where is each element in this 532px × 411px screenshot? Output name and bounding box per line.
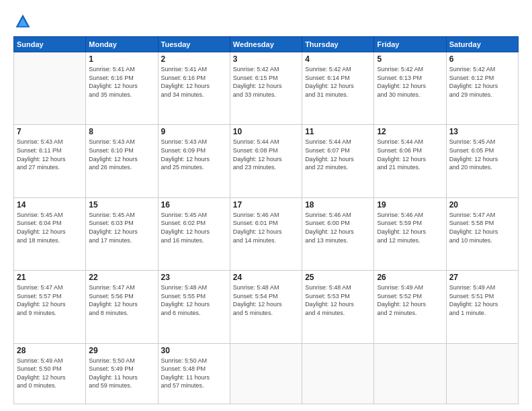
weekday-header-friday: Friday <box>374 37 446 52</box>
day-number: 8 <box>89 127 154 136</box>
calendar-cell <box>230 343 302 404</box>
calendar-cell: 19Sunrise: 5:46 AMSunset: 5:59 PMDayligh… <box>374 197 446 270</box>
day-number: 12 <box>377 127 443 136</box>
day-number: 22 <box>89 273 154 282</box>
day-info: Sunrise: 5:45 AMSunset: 6:04 PMDaylight:… <box>17 211 83 244</box>
calendar-week-row: 1Sunrise: 5:41 AMSunset: 6:16 PMDaylight… <box>14 52 519 125</box>
day-number: 2 <box>161 54 227 64</box>
day-number: 15 <box>89 200 154 210</box>
day-info: Sunrise: 5:50 AMSunset: 5:48 PMDaylight:… <box>161 357 227 390</box>
day-number: 24 <box>233 273 299 282</box>
day-number: 16 <box>161 200 227 210</box>
calendar-cell: 1Sunrise: 5:41 AMSunset: 6:16 PMDaylight… <box>86 52 158 125</box>
day-info: Sunrise: 5:46 AMSunset: 6:00 PMDaylight:… <box>305 211 371 244</box>
logo <box>13 12 35 31</box>
calendar-cell: 6Sunrise: 5:42 AMSunset: 6:12 PMDaylight… <box>446 52 518 125</box>
day-number: 26 <box>377 273 443 282</box>
calendar-cell: 2Sunrise: 5:41 AMSunset: 6:16 PMDaylight… <box>158 52 230 125</box>
day-number: 9 <box>161 127 227 136</box>
day-info: Sunrise: 5:42 AMSunset: 6:14 PMDaylight:… <box>305 65 371 99</box>
calendar-cell: 18Sunrise: 5:46 AMSunset: 6:00 PMDayligh… <box>302 197 374 270</box>
calendar-cell: 27Sunrise: 5:49 AMSunset: 5:51 PMDayligh… <box>446 271 518 343</box>
day-info: Sunrise: 5:44 AMSunset: 6:07 PMDaylight:… <box>305 138 371 171</box>
calendar-cell <box>374 343 446 404</box>
day-number: 6 <box>449 54 515 64</box>
calendar-cell: 24Sunrise: 5:48 AMSunset: 5:54 PMDayligh… <box>230 271 302 343</box>
day-number: 17 <box>233 200 299 210</box>
day-number: 25 <box>305 273 371 282</box>
calendar-cell: 25Sunrise: 5:48 AMSunset: 5:53 PMDayligh… <box>302 271 374 343</box>
day-number: 30 <box>161 346 227 355</box>
day-info: Sunrise: 5:47 AMSunset: 5:57 PMDaylight:… <box>17 283 83 317</box>
calendar-cell: 10Sunrise: 5:44 AMSunset: 6:08 PMDayligh… <box>230 125 302 197</box>
day-info: Sunrise: 5:48 AMSunset: 5:55 PMDaylight:… <box>161 283 227 317</box>
day-info: Sunrise: 5:42 AMSunset: 6:15 PMDaylight:… <box>233 65 299 99</box>
day-number: 5 <box>377 54 443 64</box>
day-info: Sunrise: 5:43 AMSunset: 6:09 PMDaylight:… <box>161 138 227 171</box>
day-info: Sunrise: 5:45 AMSunset: 6:03 PMDaylight:… <box>89 211 154 244</box>
day-info: Sunrise: 5:44 AMSunset: 6:08 PMDaylight:… <box>233 138 299 171</box>
weekday-header-thursday: Thursday <box>302 37 374 52</box>
calendar-cell: 5Sunrise: 5:42 AMSunset: 6:13 PMDaylight… <box>374 52 446 125</box>
calendar-cell: 8Sunrise: 5:43 AMSunset: 6:10 PMDaylight… <box>86 125 158 197</box>
calendar-cell <box>14 52 86 125</box>
day-number: 1 <box>89 54 154 64</box>
day-info: Sunrise: 5:47 AMSunset: 5:56 PMDaylight:… <box>89 283 154 317</box>
calendar-cell: 21Sunrise: 5:47 AMSunset: 5:57 PMDayligh… <box>14 271 86 343</box>
calendar-cell: 28Sunrise: 5:49 AMSunset: 5:50 PMDayligh… <box>14 343 86 404</box>
day-info: Sunrise: 5:43 AMSunset: 6:11 PMDaylight:… <box>17 138 83 171</box>
calendar-header-row: SundayMondayTuesdayWednesdayThursdayFrid… <box>14 37 519 52</box>
calendar-cell: 14Sunrise: 5:45 AMSunset: 6:04 PMDayligh… <box>14 197 86 270</box>
day-number: 27 <box>449 273 515 282</box>
weekday-header-wednesday: Wednesday <box>230 37 302 52</box>
day-number: 19 <box>377 200 443 210</box>
day-info: Sunrise: 5:45 AMSunset: 6:02 PMDaylight:… <box>161 211 227 244</box>
day-info: Sunrise: 5:41 AMSunset: 6:16 PMDaylight:… <box>89 65 154 99</box>
day-number: 29 <box>89 346 154 355</box>
day-number: 4 <box>305 54 371 64</box>
weekday-header-tuesday: Tuesday <box>158 37 230 52</box>
day-info: Sunrise: 5:46 AMSunset: 5:59 PMDaylight:… <box>377 211 443 244</box>
calendar-cell <box>302 343 374 404</box>
calendar-cell: 26Sunrise: 5:49 AMSunset: 5:52 PMDayligh… <box>374 271 446 343</box>
day-info: Sunrise: 5:48 AMSunset: 5:54 PMDaylight:… <box>233 283 299 317</box>
day-info: Sunrise: 5:47 AMSunset: 5:58 PMDaylight:… <box>449 211 515 244</box>
day-number: 3 <box>233 54 299 64</box>
logo-icon <box>13 12 32 31</box>
day-info: Sunrise: 5:49 AMSunset: 5:51 PMDaylight:… <box>449 283 515 317</box>
weekday-header-sunday: Sunday <box>14 37 86 52</box>
day-info: Sunrise: 5:41 AMSunset: 6:16 PMDaylight:… <box>161 65 227 99</box>
calendar-week-row: 21Sunrise: 5:47 AMSunset: 5:57 PMDayligh… <box>14 271 519 343</box>
calendar-cell: 16Sunrise: 5:45 AMSunset: 6:02 PMDayligh… <box>158 197 230 270</box>
day-info: Sunrise: 5:46 AMSunset: 6:01 PMDaylight:… <box>233 211 299 244</box>
day-number: 10 <box>233 127 299 136</box>
day-number: 18 <box>305 200 371 210</box>
day-number: 13 <box>449 127 515 136</box>
calendar-cell: 7Sunrise: 5:43 AMSunset: 6:11 PMDaylight… <box>14 125 86 197</box>
day-info: Sunrise: 5:42 AMSunset: 6:12 PMDaylight:… <box>449 65 515 99</box>
calendar-cell: 20Sunrise: 5:47 AMSunset: 5:58 PMDayligh… <box>446 197 518 270</box>
day-info: Sunrise: 5:44 AMSunset: 6:06 PMDaylight:… <box>377 138 443 171</box>
day-number: 20 <box>449 200 515 210</box>
day-number: 21 <box>17 273 83 282</box>
weekday-header-saturday: Saturday <box>446 37 518 52</box>
calendar-week-row: 28Sunrise: 5:49 AMSunset: 5:50 PMDayligh… <box>14 343 519 404</box>
day-info: Sunrise: 5:45 AMSunset: 6:05 PMDaylight:… <box>449 138 515 171</box>
calendar-cell: 30Sunrise: 5:50 AMSunset: 5:48 PMDayligh… <box>158 343 230 404</box>
day-info: Sunrise: 5:49 AMSunset: 5:52 PMDaylight:… <box>377 283 443 317</box>
calendar-cell: 4Sunrise: 5:42 AMSunset: 6:14 PMDaylight… <box>302 52 374 125</box>
day-number: 23 <box>161 273 227 282</box>
day-info: Sunrise: 5:50 AMSunset: 5:49 PMDaylight:… <box>89 357 154 390</box>
calendar-cell: 11Sunrise: 5:44 AMSunset: 6:07 PMDayligh… <box>302 125 374 197</box>
header <box>13 12 519 31</box>
day-info: Sunrise: 5:42 AMSunset: 6:13 PMDaylight:… <box>377 65 443 99</box>
calendar-cell: 29Sunrise: 5:50 AMSunset: 5:49 PMDayligh… <box>86 343 158 404</box>
calendar-cell: 9Sunrise: 5:43 AMSunset: 6:09 PMDaylight… <box>158 125 230 197</box>
calendar-cell: 12Sunrise: 5:44 AMSunset: 6:06 PMDayligh… <box>374 125 446 197</box>
calendar-cell: 22Sunrise: 5:47 AMSunset: 5:56 PMDayligh… <box>86 271 158 343</box>
day-number: 28 <box>17 346 83 355</box>
day-info: Sunrise: 5:49 AMSunset: 5:50 PMDaylight:… <box>17 357 83 390</box>
calendar-table: SundayMondayTuesdayWednesdayThursdayFrid… <box>13 36 519 404</box>
day-info: Sunrise: 5:48 AMSunset: 5:53 PMDaylight:… <box>305 283 371 317</box>
weekday-header-monday: Monday <box>86 37 158 52</box>
